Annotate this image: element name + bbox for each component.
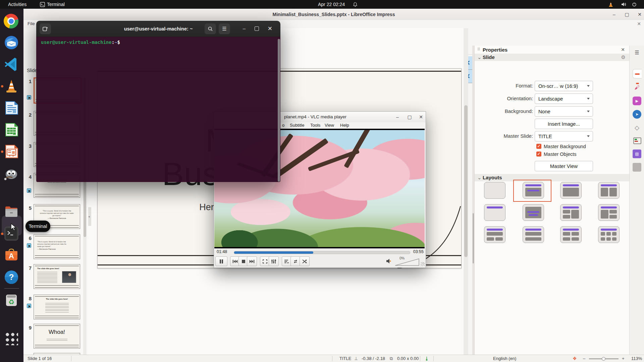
vlc-maximize-button[interactable]: ▢ <box>407 114 413 120</box>
layout-content-2content[interactable] <box>598 204 620 221</box>
layouts-section-bar[interactable]: ⌄ Layouts <box>475 174 630 181</box>
vlc-menu-subtitle[interactable]: Subtitle <box>290 123 304 128</box>
animation-indicator-icon[interactable] <box>27 243 31 248</box>
layout-four-content[interactable] <box>560 226 582 243</box>
terminal-titlebar[interactable]: user@user-virtual-machine: ~ ☰ – ✕ <box>36 21 280 37</box>
impress-maximize-button[interactable]: ▢ <box>624 11 630 17</box>
vlc-close-button[interactable]: ✕ <box>418 114 424 120</box>
tab-gallery-icon[interactable] <box>633 137 641 144</box>
clock[interactable]: Apr 22 02:24 <box>318 0 345 9</box>
slide-section-bar[interactable]: ⌄ Slide ⚙ <box>475 54 630 61</box>
tab-animation-icon[interactable]: ▶ <box>633 97 641 105</box>
slide-thumbnail-8[interactable]: The slide title goes here! <box>34 295 80 319</box>
layout-two-content-rows[interactable] <box>523 226 544 243</box>
dock-item-thunderbird[interactable] <box>4 35 20 51</box>
pause-button[interactable] <box>215 256 227 266</box>
layout-blank[interactable] <box>484 182 505 199</box>
master-slide-dropdown[interactable]: TITLE <box>535 131 593 141</box>
properties-close-icon[interactable]: ✕ <box>621 47 625 52</box>
vlc-minimize-button[interactable]: – <box>394 114 400 120</box>
zoom-out-icon[interactable]: – <box>583 355 585 362</box>
layout-centered-text[interactable] <box>523 204 544 221</box>
background-dropdown[interactable]: None <box>535 106 593 117</box>
dock-item-help[interactable]: ? <box>4 269 20 286</box>
extended-settings-button[interactable] <box>269 256 279 266</box>
terminal-scrollbar[interactable] <box>278 39 280 182</box>
zoom-slider[interactable] <box>589 358 619 359</box>
terminal-content[interactable]: user@user-virtual-machine:~$ <box>36 37 280 182</box>
vlc-seek-slider[interactable] <box>234 251 410 254</box>
slide-thumbnail-7[interactable]: The slide title goes here! <box>34 264 80 289</box>
hide-slidepanel-chip[interactable]: ◂ <box>88 207 91 226</box>
new-tab-button[interactable] <box>40 23 51 34</box>
sidebar-splitter[interactable] <box>472 46 474 359</box>
dock-item-software[interactable]: A <box>4 248 20 264</box>
vlc-menu-audio-fragment[interactable]: o <box>282 123 284 128</box>
volume-tray-icon[interactable] <box>621 2 627 7</box>
layout-title-2content[interactable] <box>598 182 620 199</box>
master-objects-checkbox[interactable]: ✓ <box>536 152 541 157</box>
zoom-in-icon[interactable]: + <box>622 355 625 362</box>
dock-item-chrome[interactable] <box>4 14 20 30</box>
dock-item-impress[interactable] <box>4 144 20 160</box>
layout-six-content[interactable] <box>598 226 620 243</box>
dock-item-calc[interactable] <box>4 122 20 138</box>
dock-item-writer[interactable] <box>4 100 20 116</box>
tab-properties-icon[interactable] <box>633 69 642 78</box>
layout-title-content2[interactable] <box>560 182 582 199</box>
sidebar-menu-icon[interactable]: ☰ <box>633 48 641 57</box>
menu-file[interactable]: File <box>28 21 35 26</box>
impress-close-button[interactable]: ✕ <box>637 11 643 17</box>
language-status[interactable]: English (en) <box>493 355 516 362</box>
animation-indicator-icon[interactable] <box>27 304 31 308</box>
resize-grip[interactable] <box>421 262 425 266</box>
tab-navigator-icon[interactable]: ➤ <box>633 110 641 119</box>
tab-shapes-icon[interactable]: ◇ <box>633 123 641 132</box>
master-background-checkbox[interactable]: ✓ <box>536 144 541 149</box>
slide-thumbnail-9[interactable]: Whoa! <box>34 324 80 349</box>
terminal-menu-button[interactable]: ☰ <box>219 23 230 34</box>
dock-item-vscode[interactable] <box>4 57 20 73</box>
slide-thumbnail-6[interactable]: "This is a quote. Words full of wisdom t… <box>34 234 80 259</box>
master-view-button[interactable]: Master View <box>535 161 593 171</box>
fit-slide-icon[interactable]: ✥ <box>573 355 577 362</box>
terminal-minimize-button[interactable]: – <box>243 25 246 31</box>
vlc-menu-view[interactable]: View <box>325 123 334 128</box>
terminal-maximize-button[interactable] <box>255 26 259 31</box>
power-tray-icon[interactable] <box>632 2 637 7</box>
section-settings-gear-icon[interactable]: ⚙ <box>621 54 626 60</box>
close-document-icon[interactable]: ✕ <box>636 21 642 27</box>
layout-title-only[interactable] <box>484 204 505 221</box>
insert-image-button[interactable]: Insert Image... <box>535 119 593 129</box>
dock-item-gimp[interactable] <box>4 166 20 182</box>
impress-minimize-button[interactable]: – <box>611 11 617 17</box>
tab-slide-transition-icon[interactable]: 🖌 <box>633 83 641 92</box>
notification-bell-icon[interactable] <box>353 2 358 7</box>
dock-item-vlc[interactable] <box>4 78 20 95</box>
vlc-menu-help[interactable]: Help <box>340 123 349 128</box>
next-button[interactable] <box>247 256 257 266</box>
impress-titlebar[interactable]: Minimalist_Business_Slides.pptx - LibreO… <box>23 9 644 20</box>
orientation-dropdown[interactable]: Landscape <box>535 94 593 104</box>
terminal-close-button[interactable]: ✕ <box>268 25 272 32</box>
panel-drag-handle-icon[interactable]: ⠿ <box>477 47 481 52</box>
layout-2content-content[interactable] <box>560 204 582 221</box>
animation-indicator-icon[interactable] <box>27 188 31 193</box>
format-dropdown[interactable]: On-scr… w (16:9) <box>535 81 593 91</box>
layout-title-content[interactable] <box>523 182 544 199</box>
volume-icon[interactable] <box>386 258 391 264</box>
tab-media-icon[interactable]: ▤ <box>633 149 641 158</box>
tab-master-slides-icon[interactable] <box>633 163 641 172</box>
shuffle-button[interactable] <box>300 256 310 266</box>
terminal-search-button[interactable] <box>205 23 216 34</box>
layout-title-content-2content[interactable] <box>484 226 505 243</box>
animation-indicator-icon[interactable] <box>27 95 31 100</box>
loop-button[interactable] <box>290 256 301 266</box>
focused-app-name[interactable]: Terminal <box>47 0 65 9</box>
vlc-menu-tools[interactable]: Tools <box>310 123 320 128</box>
vertical-scrollbar[interactable] <box>464 28 468 356</box>
dock-item-files[interactable] <box>4 204 20 220</box>
activities-button[interactable]: Activities <box>8 0 26 9</box>
vlc-tray-icon[interactable] <box>608 2 613 7</box>
show-applications-button[interactable] <box>5 332 21 348</box>
